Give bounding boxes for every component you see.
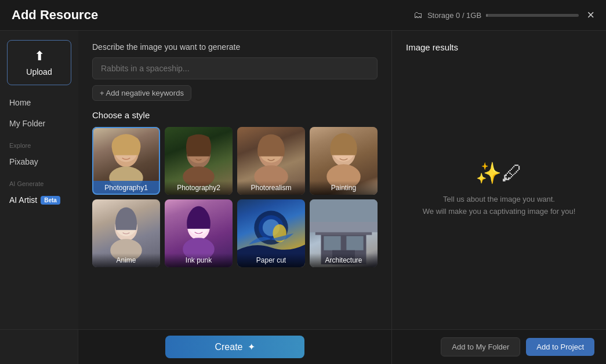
- image-results-label: Image results: [406, 42, 592, 52]
- style-card-photography1[interactable]: Photography1: [92, 127, 160, 195]
- sidebar-item-my-folder[interactable]: My Folder: [7, 115, 71, 132]
- bottom-bar: Create ✦ Add to My Folder Add to Project: [0, 329, 606, 364]
- svg-rect-49: [346, 236, 363, 250]
- style-label-painting: Painting: [310, 181, 378, 195]
- style-label-anime: Anime: [92, 253, 160, 267]
- empty-state: ✨🖊 Tell us about the image you want.We w…: [406, 61, 592, 318]
- folder-icon: 🗂: [413, 10, 423, 20]
- header-right: 🗂 Storage 0 / 1GB ×: [413, 9, 594, 21]
- sidebar-item-home[interactable]: Home: [7, 94, 71, 111]
- svg-point-4: [120, 150, 123, 153]
- add-keywords-button[interactable]: + Add negative keywords: [92, 85, 191, 101]
- sparkle-icon: ✦: [248, 341, 255, 352]
- style-card-inkpunk[interactable]: Ink punk: [165, 199, 233, 267]
- header: Add Resource 🗂 Storage 0 / 1GB ×: [0, 0, 606, 31]
- wand-icon: ✨🖊: [476, 161, 522, 185]
- svg-rect-53: [310, 222, 378, 232]
- style-label-photography1: Photography1: [92, 181, 160, 195]
- style-card-photorealism[interactable]: Photorealism: [237, 127, 305, 195]
- svg-point-2: [119, 148, 124, 154]
- create-button[interactable]: Create ✦: [165, 336, 304, 358]
- upload-button[interactable]: ⬆ Upload: [7, 40, 71, 85]
- upload-label: Upload: [26, 67, 52, 77]
- style-label-papercut: Paper cut: [237, 253, 305, 267]
- bottom-right-area: Add to My Folder Add to Project: [391, 330, 606, 364]
- svg-point-3: [128, 148, 133, 154]
- storage-info: 🗂 Storage 0 / 1GB: [413, 10, 579, 20]
- ai-generate-section-label: AI Generate: [7, 180, 71, 187]
- style-label-photorealism: Photorealism: [237, 181, 305, 195]
- add-to-project-button[interactable]: Add to Project: [526, 338, 594, 356]
- style-card-painting[interactable]: Painting: [310, 127, 378, 195]
- middle-row: ⬆ Upload Home My Folder Explore Pixabay …: [0, 31, 606, 329]
- sidebar-item-pixabay[interactable]: Pixabay: [7, 154, 71, 170]
- style-card-photography2[interactable]: Photography2: [165, 127, 233, 195]
- prompt-input[interactable]: [92, 57, 378, 79]
- prompt-section-label: Describe the image you want to generate: [92, 42, 378, 52]
- svg-point-5: [129, 150, 132, 153]
- choose-style-label: Choose a style: [92, 110, 378, 120]
- bottom-sidebar-spacer: [0, 330, 78, 364]
- style-card-anime[interactable]: Anime: [92, 199, 160, 267]
- style-card-papercut[interactable]: Paper cut: [237, 199, 305, 267]
- upload-icon: ⬆: [34, 49, 45, 64]
- add-keywords-label: + Add negative keywords: [100, 89, 184, 97]
- empty-state-text: Tell us about the image you want.We will…: [423, 194, 576, 218]
- explore-section-label: Explore: [7, 142, 71, 149]
- storage-label: Storage 0 / 1GB: [427, 11, 481, 20]
- ai-artist-label: AI Artist: [9, 195, 37, 205]
- close-button[interactable]: ×: [587, 9, 594, 21]
- sidebar: ⬆ Upload Home My Folder Explore Pixabay …: [0, 31, 78, 329]
- style-label-inkpunk: Ink punk: [165, 253, 233, 267]
- styles-grid: Photography1: [92, 127, 378, 267]
- sidebar-item-ai-artist[interactable]: AI Artist Beta: [7, 192, 71, 208]
- svg-point-1: [115, 141, 137, 162]
- storage-bar-fill: [486, 14, 488, 17]
- style-label-photography2: Photography2: [165, 181, 233, 195]
- svg-point-0: [114, 138, 139, 168]
- main-content: Describe the image you want to generate …: [78, 31, 391, 329]
- style-card-architecture[interactable]: Architecture: [310, 199, 378, 267]
- add-to-folder-button[interactable]: Add to My Folder: [441, 337, 520, 356]
- style-label-architecture: Architecture: [310, 253, 378, 267]
- storage-bar: [486, 14, 579, 17]
- beta-badge: Beta: [41, 196, 60, 205]
- create-label: Create: [215, 342, 242, 352]
- right-panel: Image results ✨🖊 Tell us about the image…: [391, 31, 606, 329]
- bottom-content-area: Create ✦: [78, 330, 391, 364]
- page-title: Add Resource: [12, 8, 98, 23]
- svg-rect-48: [324, 236, 340, 250]
- svg-point-6: [109, 166, 143, 189]
